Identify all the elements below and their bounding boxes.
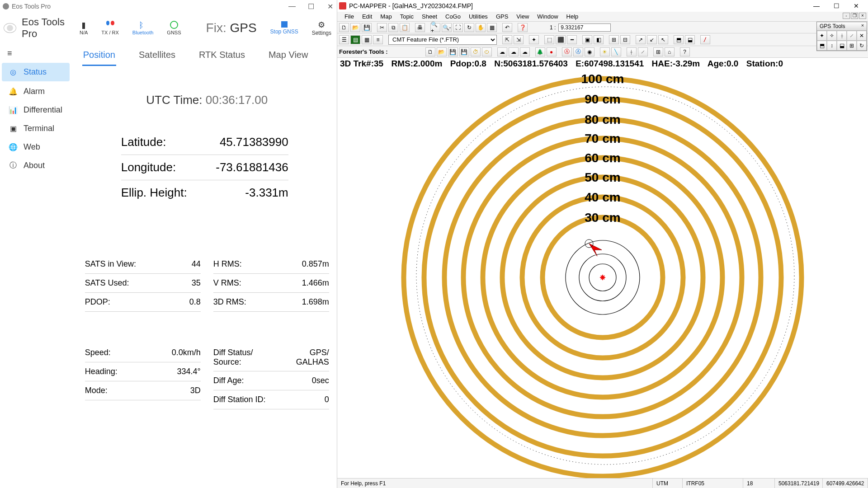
menu-help[interactable]: Help bbox=[563, 12, 582, 21]
import-icon[interactable]: ⇲ bbox=[514, 35, 524, 44]
tool-n-icon[interactable]: 〳 bbox=[700, 35, 710, 44]
ft-sun-icon[interactable]: ☀ bbox=[600, 47, 610, 56]
print-icon[interactable]: 🖶 bbox=[415, 23, 425, 32]
tab-map-view[interactable]: Map View bbox=[268, 47, 309, 66]
stop-gnss-button[interactable]: Stop GNSS bbox=[270, 21, 298, 35]
ft-a2-icon[interactable]: Ⓐ bbox=[573, 47, 583, 56]
copy-icon[interactable]: ⧉ bbox=[388, 23, 398, 32]
pan-icon[interactable]: ✋ bbox=[476, 23, 486, 32]
grid-icon[interactable]: ▦ bbox=[487, 23, 497, 32]
sidebar-item-differential[interactable]: 📊Differential bbox=[0, 101, 71, 119]
tab-position[interactable]: Position bbox=[82, 47, 116, 66]
sidebar-item-alarm[interactable]: 🔔Alarm bbox=[0, 82, 71, 101]
gps-tool-2-icon[interactable]: ✧ bbox=[827, 31, 837, 41]
gps-tool-10-icon[interactable]: ↻ bbox=[857, 41, 867, 51]
zoom-out-icon[interactable]: 🔍- bbox=[442, 23, 452, 32]
gps-tool-7-icon[interactable]: ↕ bbox=[827, 41, 837, 51]
ft-save2-icon[interactable]: 💾 bbox=[459, 47, 469, 56]
sidebar-item-terminal[interactable]: ▣Terminal bbox=[0, 119, 71, 138]
cut-icon[interactable]: ✂ bbox=[377, 23, 387, 32]
menu-file[interactable]: File bbox=[341, 12, 358, 21]
ft-a1-icon[interactable]: Ⓐ bbox=[562, 47, 572, 56]
ft-open-icon[interactable]: 📂 bbox=[437, 47, 447, 56]
ft-clock2-icon[interactable]: ⏲ bbox=[482, 47, 492, 56]
refresh-icon[interactable]: ↻ bbox=[464, 23, 474, 32]
minimize-icon[interactable]: — bbox=[807, 0, 826, 11]
maximize-icon[interactable]: ☐ bbox=[307, 2, 315, 10]
menu-sheet[interactable]: Sheet bbox=[418, 12, 441, 21]
tool-l-icon[interactable]: ⬒ bbox=[674, 35, 684, 44]
menu-map[interactable]: Map bbox=[377, 12, 395, 21]
ft-box-icon[interactable]: ⊞ bbox=[653, 47, 663, 56]
mdi-minimize-icon[interactable]: - bbox=[843, 13, 850, 19]
gps-tool-1-icon[interactable]: ✦ bbox=[817, 31, 827, 41]
gps-tool-9-icon[interactable]: ⊞ bbox=[847, 41, 857, 51]
feature-file-select[interactable]: CMT Feature File (*.FTR) bbox=[388, 35, 497, 45]
tool-f-icon[interactable]: ◧ bbox=[594, 35, 604, 44]
sidebar-item-about[interactable]: ⓘAbout bbox=[0, 156, 71, 175]
tab-rtk-status[interactable]: RTK Status bbox=[198, 47, 246, 66]
tool-k-icon[interactable]: ↖ bbox=[658, 35, 668, 44]
mdi-restore-icon[interactable]: ❐ bbox=[851, 13, 858, 19]
gps-tools-close-icon[interactable]: × bbox=[859, 23, 866, 29]
menu-view[interactable]: View bbox=[513, 12, 533, 21]
sidebar-item-web[interactable]: 🌐Web bbox=[0, 138, 71, 156]
ft-help-icon[interactable]: ? bbox=[680, 47, 690, 56]
scale-input[interactable] bbox=[558, 23, 611, 32]
sidebar-item-status[interactable]: ◎Status bbox=[2, 63, 70, 81]
maximize-icon[interactable]: ☐ bbox=[826, 0, 846, 11]
ft-tree-icon[interactable]: 🌲 bbox=[535, 47, 545, 56]
new-icon[interactable]: 🗋 bbox=[339, 23, 349, 32]
tool-i-icon[interactable]: ↗ bbox=[636, 35, 646, 44]
paste-icon[interactable]: 📋 bbox=[400, 23, 410, 32]
tool-j-icon[interactable]: ↙ bbox=[647, 35, 657, 44]
tool-d-icon[interactable]: ━ bbox=[567, 35, 577, 44]
layers-icon[interactable]: ▤ bbox=[350, 35, 360, 44]
gps-tool-3-icon[interactable]: ⟊ bbox=[837, 31, 847, 41]
menu-edit[interactable]: Edit bbox=[359, 12, 376, 21]
menu-cogo[interactable]: CoGo bbox=[442, 12, 464, 21]
menu-utilities[interactable]: Utilities bbox=[465, 12, 491, 21]
close-icon[interactable]: ✕ bbox=[846, 0, 866, 11]
ft-ruler1-icon[interactable]: ⟊ bbox=[627, 47, 637, 56]
ft-cloud2-icon[interactable]: ☁ bbox=[509, 47, 519, 56]
tool-h-icon[interactable]: ⊟ bbox=[620, 35, 630, 44]
zoom-fit-icon[interactable]: ⛶ bbox=[453, 23, 463, 32]
tool-c-icon[interactable]: ⬛ bbox=[556, 35, 566, 44]
map-canvas[interactable]: 100 cm90 cm80 cm70 cm60 cm50 cm40 cm30 c… bbox=[337, 70, 868, 478]
ft-clock1-icon[interactable]: ⏱ bbox=[471, 47, 481, 56]
gps-tool-6-icon[interactable]: ⬒ bbox=[817, 41, 827, 51]
save-icon[interactable]: 💾 bbox=[362, 23, 372, 32]
menu-window[interactable]: Window bbox=[533, 12, 561, 21]
open-icon[interactable]: 📂 bbox=[350, 23, 360, 32]
menu-topic[interactable]: Topic bbox=[396, 12, 417, 21]
tool-e-icon[interactable]: ▣ bbox=[582, 35, 592, 44]
ft-dot-icon[interactable]: ◉ bbox=[585, 47, 594, 56]
ft-home-icon[interactable]: ⌂ bbox=[665, 47, 675, 56]
ft-cloud1-icon[interactable]: ☁ bbox=[497, 47, 507, 56]
rows-icon[interactable]: ≡ bbox=[373, 35, 383, 44]
export-icon[interactable]: ⇱ bbox=[502, 35, 512, 44]
ft-save-icon[interactable]: 💾 bbox=[448, 47, 458, 56]
tool-a-icon[interactable]: ✦ bbox=[529, 35, 539, 44]
gps-tool-8-icon[interactable]: ⬓ bbox=[837, 41, 847, 51]
hamburger-icon[interactable]: ≡ bbox=[0, 45, 71, 62]
close-icon[interactable]: ✕ bbox=[326, 2, 334, 10]
ft-cloud3-icon[interactable]: ☁ bbox=[520, 47, 530, 56]
minimize-icon[interactable]: — bbox=[288, 2, 296, 10]
tool-b-icon[interactable]: ⬚ bbox=[544, 35, 554, 44]
mdi-close-icon[interactable]: × bbox=[859, 13, 866, 19]
tool-m-icon[interactable]: ⬓ bbox=[685, 35, 695, 44]
undo-icon[interactable]: ↶ bbox=[502, 23, 512, 32]
menu-gps[interactable]: GPS bbox=[492, 12, 512, 21]
gps-tool-5-icon[interactable]: ✕ bbox=[857, 31, 867, 41]
help-context-icon[interactable]: ❓ bbox=[518, 23, 528, 32]
gps-tool-4-icon[interactable]: ⟋ bbox=[847, 31, 857, 41]
settings-button[interactable]: ⚙Settings bbox=[312, 20, 331, 36]
zoom-in-icon[interactable]: 🔍+ bbox=[430, 23, 440, 32]
ft-new-icon[interactable]: 🗋 bbox=[425, 47, 435, 56]
ft-line-icon[interactable]: ╲ bbox=[611, 47, 621, 56]
ft-circle-icon[interactable]: ● bbox=[547, 47, 557, 56]
tool-g-icon[interactable]: ⊞ bbox=[609, 35, 619, 44]
tab-satellites[interactable]: Satellites bbox=[138, 47, 176, 66]
